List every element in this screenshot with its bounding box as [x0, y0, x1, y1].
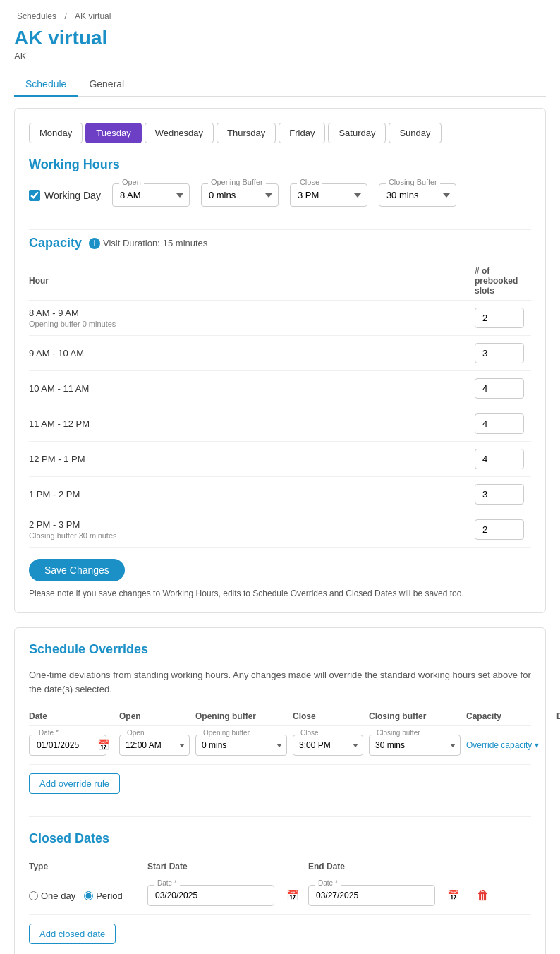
schedule-overrides-heading: Schedule Overrides — [29, 642, 531, 657]
day-tab-sunday[interactable]: Sunday — [389, 123, 441, 143]
override-col-delete: Delete — [556, 711, 560, 721]
working-hours-controls: Working Day Open 8 AM 9 AM Opening Buffe… — [29, 183, 531, 207]
override-table-header: Date Open Opening buffer Close Closing b… — [29, 707, 531, 726]
slots-col-header: # of prebooked slots — [475, 262, 531, 301]
override-open-wrap: Open 12:00 AM 1:00 AM — [119, 735, 190, 756]
override-closing-buffer-wrap: Closing buffer 30 mins 0 mins 15 mins — [369, 735, 461, 756]
override-col-close: Close — [293, 711, 363, 721]
working-day-checkbox[interactable] — [29, 190, 40, 201]
day-tab-saturday[interactable]: Saturday — [328, 123, 386, 143]
opening-buffer-field-label: Opening buffer — [201, 729, 252, 737]
closing-buffer-field-group: Closing Buffer 30 mins 0 mins 15 mins 45… — [379, 183, 456, 207]
info-icon: i — [89, 238, 100, 249]
one-day-radio-label: One day — [29, 890, 75, 901]
override-close-select[interactable]: 3:00 PM 4:00 PM — [293, 735, 363, 756]
hour-label: 1 PM - 2 PM — [29, 489, 475, 500]
override-open-select[interactable]: 12:00 AM 1:00 AM — [119, 735, 190, 756]
slots-input[interactable] — [475, 519, 524, 540]
start-calendar-icon: 📅 — [286, 890, 298, 901]
breadcrumb-current: AK virtual — [75, 11, 111, 21]
tab-general[interactable]: General — [78, 73, 135, 97]
override-closing-buffer-select[interactable]: 30 mins 0 mins 15 mins — [369, 735, 461, 756]
override-opening-buffer-wrap: Opening buffer 0 mins 15 mins 30 mins — [195, 735, 287, 756]
open-select[interactable]: 8 AM 9 AM — [112, 183, 190, 207]
visit-duration-value: 15 minutes — [163, 238, 208, 248]
working-hours-note: Please note if you save changes to Worki… — [29, 588, 531, 598]
capacity-heading: Capacity — [29, 236, 82, 250]
type-radio-group: One day Period — [29, 890, 142, 901]
hour-label: 12 PM - 1 PM — [29, 454, 475, 464]
breadcrumb-separator: / — [64, 11, 66, 21]
date-field-label: Date * — [36, 729, 61, 737]
overrides-description: One-time deviations from standing workin… — [29, 668, 531, 696]
breadcrumb-parent[interactable]: Schedules — [17, 11, 56, 21]
tab-schedule[interactable]: Schedule — [14, 73, 78, 97]
slots-input[interactable] — [475, 449, 524, 469]
closed-date-row: One day Period Date * 📅 Date * 📅 — [29, 876, 531, 915]
table-row: 12 PM - 1 PM — [29, 442, 531, 477]
end-calendar-icon: 📅 — [447, 890, 459, 901]
table-row: 10 AM - 11 AM — [29, 371, 531, 406]
schedule-overrides-card: Schedule Overrides One-time deviations f… — [14, 627, 546, 954]
override-date-wrap: Date * 📅 — [29, 735, 114, 756]
closed-date-delete-button[interactable]: 🗑 — [469, 888, 497, 903]
opening-buffer-select[interactable]: 0 mins 15 mins 30 mins — [201, 183, 279, 207]
slots-input[interactable] — [475, 378, 524, 399]
end-date-label: Date * — [315, 879, 341, 887]
slots-cell — [475, 406, 531, 442]
start-date-wrap: Date * 📅 — [147, 885, 303, 906]
chevron-down-icon: ▾ — [535, 740, 539, 750]
end-date-input[interactable] — [308, 885, 435, 906]
hour-sub: Opening buffer 0 minutes — [29, 320, 475, 328]
hour-cell: 11 AM - 12 PM — [29, 406, 475, 442]
breadcrumb: Schedules / AK virtual — [14, 11, 546, 21]
override-delete-button[interactable]: 🗑 — [556, 738, 560, 753]
hour-cell: 1 PM - 2 PM — [29, 477, 475, 512]
slots-cell — [475, 336, 531, 371]
add-closed-date-button[interactable]: Add closed date — [29, 924, 116, 944]
table-row: 9 AM - 10 AM — [29, 336, 531, 371]
slots-cell — [475, 301, 531, 336]
day-tab-wednesday[interactable]: Wednesday — [145, 123, 214, 143]
slots-input[interactable] — [475, 413, 524, 434]
closing-buffer-select[interactable]: 30 mins 0 mins 15 mins 45 mins — [379, 183, 456, 207]
capacity-table-body: 8 AM - 9 AM Opening buffer 0 minutes 9 A… — [29, 301, 531, 548]
period-radio-label: Period — [84, 890, 123, 901]
day-tab-monday[interactable]: Monday — [29, 123, 83, 143]
period-radio[interactable] — [84, 891, 93, 900]
hour-sub: Closing buffer 30 minutes — [29, 531, 475, 540]
close-select[interactable]: 3 PM 4 PM 5 PM — [290, 183, 367, 207]
day-tab-thursday[interactable]: Thursday — [217, 123, 276, 143]
slots-cell — [475, 442, 531, 477]
close-field-group: Close 3 PM 4 PM 5 PM — [290, 183, 367, 207]
override-date-input[interactable] — [29, 735, 106, 756]
add-override-rule-button[interactable]: Add override rule — [29, 773, 120, 794]
override-col-closing-buffer: Closing buffer — [369, 711, 461, 721]
one-day-radio[interactable] — [29, 891, 38, 900]
hour-label: 10 AM - 11 AM — [29, 383, 475, 394]
closing-buffer-field-label: Closing buffer — [375, 729, 422, 737]
open-field-label: Open — [125, 729, 146, 737]
table-row: 1 PM - 2 PM — [29, 477, 531, 512]
save-working-hours-button[interactable]: Save Changes — [29, 559, 125, 581]
nav-tabs: Schedule General — [14, 73, 546, 97]
visit-duration-badge: i Visit Duration: 15 minutes — [89, 238, 207, 249]
override-opening-buffer-select[interactable]: 0 mins 15 mins 30 mins — [195, 735, 287, 756]
start-date-input[interactable] — [147, 885, 274, 906]
page-title: AK virtual — [14, 27, 546, 49]
start-date-label: Date * — [154, 879, 180, 887]
override-capacity-link[interactable]: Override capacity ▾ — [466, 740, 551, 750]
slots-cell — [475, 477, 531, 512]
day-tab-friday[interactable]: Friday — [279, 123, 325, 143]
closed-dates-section: Closed Dates Type Start Date End Date On… — [29, 831, 531, 954]
day-tab-tuesday[interactable]: Tuesday — [85, 123, 141, 143]
slots-input[interactable] — [475, 308, 524, 328]
slots-input[interactable] — [475, 343, 524, 363]
hour-cell: 9 AM - 10 AM — [29, 336, 475, 371]
slots-input[interactable] — [475, 484, 524, 505]
closed-col-type: Type — [29, 862, 142, 871]
override-col-opening-buffer: Opening buffer — [195, 711, 287, 721]
opening-buffer-field-group: Opening Buffer 0 mins 15 mins 30 mins — [201, 183, 279, 207]
table-row: 8 AM - 9 AM Opening buffer 0 minutes — [29, 301, 531, 336]
closed-col-start-date: Start Date — [147, 862, 303, 871]
